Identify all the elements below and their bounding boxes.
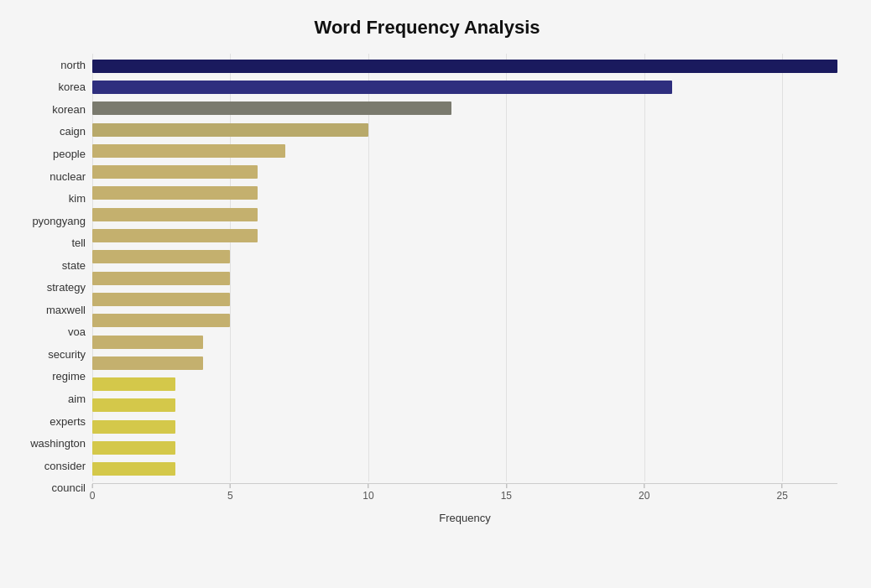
chart-title: Word Frequency Analysis bbox=[17, 17, 837, 39]
bars-and-x: 0510152025 Frequency bbox=[92, 54, 837, 524]
x-tick-label-10: 10 bbox=[362, 490, 373, 502]
bar-aim bbox=[92, 377, 175, 391]
y-label-council: council bbox=[52, 479, 86, 497]
y-label-caign: caign bbox=[60, 122, 86, 141]
bar-regime bbox=[92, 356, 203, 370]
bar-state bbox=[92, 250, 230, 263]
bar-row-people bbox=[92, 143, 837, 159]
y-label-kim: kim bbox=[69, 190, 86, 208]
x-tick-line-20 bbox=[644, 484, 644, 488]
bar-strategy bbox=[92, 272, 230, 285]
bars-area bbox=[92, 54, 837, 481]
bar-korean bbox=[92, 101, 451, 115]
bar-row-security bbox=[92, 334, 837, 351]
bar-security bbox=[92, 336, 203, 349]
y-label-korea: korea bbox=[58, 78, 86, 96]
y-labels: northkoreakoreancaignpeoplenuclearkimpyo… bbox=[17, 54, 92, 524]
x-tick-25: 25 bbox=[777, 484, 788, 502]
x-tick-line-25 bbox=[782, 484, 783, 488]
bar-washington bbox=[92, 420, 175, 434]
bar-row-tell bbox=[92, 227, 837, 244]
bar-row-maxwell bbox=[92, 291, 837, 308]
bar-row-regime bbox=[92, 355, 837, 372]
y-label-state: state bbox=[62, 256, 86, 274]
x-tick-label-25: 25 bbox=[777, 490, 788, 502]
y-label-security: security bbox=[48, 345, 86, 363]
bars-list bbox=[92, 54, 837, 481]
y-label-washington: washington bbox=[30, 434, 86, 453]
bar-caign bbox=[92, 123, 368, 137]
bar-korea bbox=[92, 81, 672, 94]
x-tick-20: 20 bbox=[639, 484, 649, 502]
chart-container: Word Frequency Analysis northkoreakorean… bbox=[0, 0, 871, 588]
bar-nuclear bbox=[92, 165, 258, 179]
bar-north bbox=[92, 60, 837, 73]
bar-voa bbox=[92, 314, 230, 327]
y-label-pyongyang: pyongyang bbox=[32, 211, 86, 230]
y-label-aim: aim bbox=[68, 389, 86, 408]
x-tick-line-15 bbox=[506, 484, 507, 488]
bar-row-aim bbox=[92, 376, 837, 393]
bar-row-korean bbox=[92, 100, 837, 117]
bar-row-kim bbox=[92, 185, 837, 201]
bar-people bbox=[92, 144, 285, 158]
bar-row-caign bbox=[92, 122, 837, 138]
bar-council bbox=[92, 462, 175, 476]
bar-row-consider bbox=[92, 440, 837, 456]
bar-row-north bbox=[92, 58, 837, 75]
x-tick-line-10 bbox=[368, 484, 368, 488]
x-tick-line-5 bbox=[230, 484, 231, 488]
y-label-strategy: strategy bbox=[47, 278, 86, 297]
bar-experts bbox=[92, 398, 175, 412]
x-tick-5: 5 bbox=[227, 484, 233, 502]
y-label-experts: experts bbox=[50, 412, 86, 430]
x-tick-line-0 bbox=[92, 484, 93, 488]
x-axis-title: Frequency bbox=[92, 512, 837, 524]
bar-consider bbox=[92, 441, 175, 455]
bar-row-state bbox=[92, 248, 837, 265]
bar-row-experts bbox=[92, 397, 837, 414]
y-label-maxwell: maxwell bbox=[46, 300, 86, 319]
bar-kim bbox=[92, 186, 258, 200]
bar-row-korea bbox=[92, 79, 837, 96]
x-tick-label-20: 20 bbox=[639, 490, 649, 502]
y-label-voa: voa bbox=[68, 323, 86, 341]
bar-row-pyongyang bbox=[92, 206, 837, 223]
bar-row-council bbox=[92, 461, 837, 477]
bar-maxwell bbox=[92, 293, 230, 306]
x-tick-0: 0 bbox=[90, 484, 96, 502]
bar-row-washington bbox=[92, 419, 837, 435]
x-tick-10: 10 bbox=[362, 484, 373, 502]
y-label-tell: tell bbox=[71, 234, 86, 252]
x-tick-15: 15 bbox=[501, 484, 512, 502]
x-tick-label-5: 5 bbox=[227, 490, 233, 502]
x-axis: 0510152025 bbox=[92, 483, 837, 508]
bar-tell bbox=[92, 229, 258, 242]
y-label-consider: consider bbox=[44, 456, 86, 475]
x-tick-label-0: 0 bbox=[90, 490, 96, 502]
y-label-nuclear: nuclear bbox=[50, 167, 86, 185]
y-label-people: people bbox=[53, 144, 86, 163]
bar-row-strategy bbox=[92, 270, 837, 287]
y-label-korean: korean bbox=[52, 100, 86, 118]
y-label-north: north bbox=[60, 55, 86, 74]
x-tick-label-15: 15 bbox=[501, 490, 512, 502]
bar-pyongyang bbox=[92, 208, 258, 221]
bar-row-voa bbox=[92, 312, 837, 329]
chart-area: northkoreakoreancaignpeoplenuclearkimpyo… bbox=[17, 54, 837, 524]
bar-row-nuclear bbox=[92, 164, 837, 180]
y-label-regime: regime bbox=[52, 367, 86, 386]
